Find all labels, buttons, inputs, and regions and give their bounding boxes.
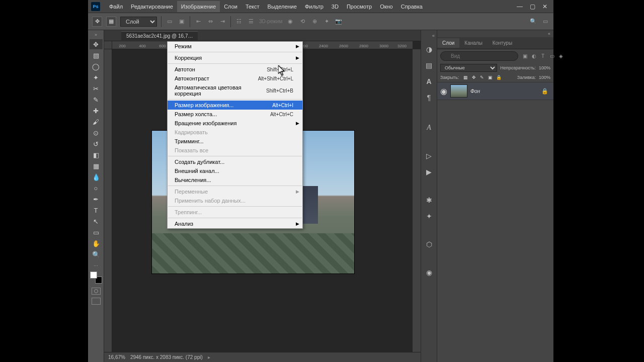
character-panel-icon[interactable]: A xyxy=(424,76,434,86)
marquee-tool[interactable]: ▧ xyxy=(90,50,103,60)
threed-icon1[interactable]: ◉ xyxy=(286,18,294,26)
menu-item[interactable]: Тримминг... xyxy=(168,137,302,146)
scrollbar-vertical[interactable] xyxy=(413,49,421,352)
color-swatches[interactable] xyxy=(90,272,102,284)
blur-tool[interactable]: 💧 xyxy=(90,172,103,182)
layer-select[interactable]: Слой xyxy=(120,17,157,27)
brush-tool[interactable]: 🖌 xyxy=(90,117,103,127)
align-icon[interactable]: ▭ xyxy=(166,18,174,26)
heal-tool[interactable]: ✚ xyxy=(90,106,103,116)
threed-panel-icon[interactable]: ⬡ xyxy=(424,239,434,249)
history-brush-tool[interactable]: ↺ xyxy=(90,139,103,149)
glyphs-panel-icon[interactable]: A xyxy=(424,123,434,133)
lock-artboard-icon[interactable]: ▣ xyxy=(487,74,494,81)
lock-pixels-icon[interactable]: ▦ xyxy=(462,74,469,81)
lock-position-icon[interactable]: ✥ xyxy=(470,74,477,81)
panel-tab-0[interactable]: Слои xyxy=(437,38,459,48)
fill-value[interactable]: 100% xyxy=(539,75,550,80)
menu-item[interactable]: АвтоконтрастAlt+Shift+Ctrl+L xyxy=(168,74,302,83)
search-icon[interactable]: 🔍 xyxy=(529,18,537,26)
layer-search-input[interactable] xyxy=(440,51,518,61)
filter-smart-icon[interactable]: ◈ xyxy=(557,53,565,60)
menu-item[interactable]: АвтотонShift+Ctrl+L xyxy=(168,65,302,74)
blend-mode-select[interactable]: Обычные xyxy=(440,64,497,72)
auto-select-icon[interactable]: ▦ xyxy=(106,17,116,27)
layer-name[interactable]: Фон xyxy=(470,88,480,94)
document-tab[interactable]: 5631ae3ac2c41.jpg @ 16,7… xyxy=(121,31,198,40)
threed-icon5[interactable]: 📷 xyxy=(335,18,343,26)
swatches-panel-icon[interactable]: ▤ xyxy=(424,60,434,70)
transform-icon[interactable]: ▣ xyxy=(178,18,186,26)
menu-item[interactable]: Вращение изображения▶ xyxy=(168,119,302,128)
pen-tool[interactable]: ✒ xyxy=(90,194,103,204)
minimize-button[interactable]: — xyxy=(517,3,523,10)
filter-type-icon[interactable]: T xyxy=(539,53,546,60)
menu-окно[interactable]: Окно xyxy=(376,1,397,12)
zoom-tool[interactable]: 🔍 xyxy=(90,249,103,259)
crop-tool[interactable]: ✂ xyxy=(90,83,103,94)
align-left-icon[interactable]: ⇤ xyxy=(194,18,202,26)
styles-panel-icon[interactable]: ✦ xyxy=(424,211,434,221)
wand-tool[interactable]: ✦ xyxy=(90,72,103,82)
lock-paint-icon[interactable]: ✎ xyxy=(478,74,486,81)
paragraph-panel-icon[interactable]: ¶ xyxy=(424,93,434,103)
maximize-button[interactable]: ▢ xyxy=(530,3,535,10)
adjustments-panel-icon[interactable]: ✱ xyxy=(424,195,434,205)
distribute-icon[interactable]: ☷ xyxy=(235,18,243,26)
align-center-icon[interactable]: ⇔ xyxy=(206,18,214,26)
menu-item[interactable]: Режим▶ xyxy=(168,42,302,51)
history-panel-icon[interactable]: ▷ xyxy=(424,151,434,161)
actions-panel-icon[interactable]: ▶ xyxy=(424,167,434,177)
type-tool[interactable]: T xyxy=(90,205,103,215)
filter-shape-icon[interactable]: ▭ xyxy=(548,53,555,60)
menu-файл[interactable]: Файл xyxy=(105,1,127,12)
color-panel-icon[interactable]: ◑ xyxy=(424,44,434,54)
menu-просмотр[interactable]: Просмотр xyxy=(343,1,376,12)
move-tool[interactable]: ✥ xyxy=(90,39,103,49)
distribute2-icon[interactable]: ☰ xyxy=(247,18,255,26)
workspace-icon[interactable]: ▭ xyxy=(541,18,549,26)
zoom-level[interactable]: 16,67% xyxy=(108,354,125,360)
gradient-tool[interactable]: ▦ xyxy=(90,161,103,171)
menu-item[interactable]: Создать дубликат... xyxy=(168,157,302,166)
shape-tool[interactable]: ▭ xyxy=(90,227,103,237)
visibility-icon[interactable]: ◉ xyxy=(440,86,447,96)
threed-icon3[interactable]: ⊕ xyxy=(310,18,318,26)
threed-icon2[interactable]: ⟲ xyxy=(298,18,306,26)
path-tool[interactable]: ↖ xyxy=(90,216,103,226)
menu-изображение[interactable]: Изображение xyxy=(177,1,220,12)
close-button[interactable]: ✕ xyxy=(542,3,547,10)
screenmode-toggle[interactable] xyxy=(92,298,101,305)
panel-tab-1[interactable]: Каналы xyxy=(459,38,488,48)
hand-tool[interactable]: ✋ xyxy=(90,238,103,248)
eyedropper-tool[interactable]: ✎ xyxy=(90,95,103,105)
menu-item[interactable]: Вычисления... xyxy=(168,175,302,185)
menu-item[interactable]: Анализ▶ xyxy=(168,219,302,228)
filter-adjust-icon[interactable]: ◐ xyxy=(530,53,537,60)
menu-текст[interactable]: Текст xyxy=(242,1,264,12)
menu-3d[interactable]: 3D xyxy=(328,1,343,12)
menu-редактирование[interactable]: Редактирование xyxy=(127,1,177,12)
menu-слои[interactable]: Слои xyxy=(220,1,242,12)
filter-image-icon[interactable]: ▣ xyxy=(521,53,528,60)
eraser-tool[interactable]: ◧ xyxy=(90,150,103,160)
dodge-tool[interactable]: ○ xyxy=(90,183,103,193)
menu-item[interactable]: Размер холста...Alt+Ctrl+C xyxy=(168,110,302,119)
foreground-color[interactable] xyxy=(90,272,97,279)
menu-item[interactable]: Внешний канал... xyxy=(168,166,302,175)
status-chevron-icon[interactable]: ▸ xyxy=(208,354,210,360)
layer-thumbnail[interactable] xyxy=(450,84,467,98)
menu-фильтр[interactable]: Фильтр xyxy=(301,1,328,12)
lock-all-icon[interactable]: 🔒 xyxy=(495,74,502,81)
align-right-icon[interactable]: ⇥ xyxy=(218,18,226,26)
lock-icon[interactable]: 🔒 xyxy=(541,88,550,95)
menu-справка[interactable]: Справка xyxy=(397,1,427,12)
layer-row-background[interactable]: ◉ Фон 🔒 xyxy=(437,82,553,100)
menu-item[interactable]: Размер изображения...Alt+Ctrl+I xyxy=(168,101,302,110)
menu-item[interactable]: Автоматическая цветовая коррекцияShift+C… xyxy=(168,83,302,98)
quickmask-toggle[interactable] xyxy=(92,288,101,295)
menu-item[interactable]: Коррекция▶ xyxy=(168,53,302,62)
opacity-value[interactable]: 100% xyxy=(539,65,550,70)
threed-icon4[interactable]: ✦ xyxy=(323,18,331,26)
stamp-tool[interactable]: ⊙ xyxy=(90,128,103,138)
